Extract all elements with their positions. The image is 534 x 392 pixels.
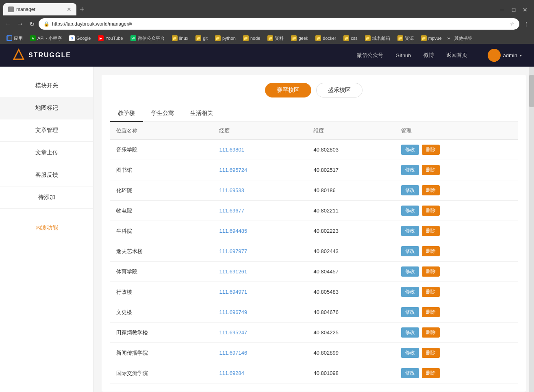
bookmark-css-label: css — [351, 36, 358, 41]
cell-latitude: 40.804225 — [307, 323, 394, 343]
delete-button[interactable]: 删除 — [422, 368, 440, 378]
delete-button[interactable]: 删除 — [422, 145, 440, 155]
bookmark-other[interactable]: 其他书签 — [451, 35, 475, 42]
sidebar-item-pending[interactable]: 待添加 — [0, 186, 93, 209]
sidebar-item-article-manage[interactable]: 文章管理 — [0, 119, 93, 142]
bookmark-geek-label: geek — [298, 36, 308, 41]
new-tab-button[interactable]: + — [76, 3, 88, 15]
table-row: 文史楼 111.696749 40.804676 修改 删除 — [110, 302, 518, 323]
url-text: https://lab.daybreak.world/manager#/ — [52, 21, 508, 27]
url-input[interactable]: 🔒 https://lab.daybreak.world/manager#/ ☆ — [39, 18, 519, 30]
address-bar: ← → ↻ 🔒 https://lab.daybreak.world/manag… — [0, 15, 534, 32]
sidebar-item-beta[interactable]: 内测功能 — [0, 217, 93, 239]
cell-actions: 修改 删除 — [395, 160, 518, 180]
bookmark-google[interactable]: G Google — [66, 35, 94, 42]
sidebar-item-article-upload[interactable]: 文章上传 — [0, 142, 93, 164]
edit-button[interactable]: 修改 — [401, 206, 419, 216]
delete-button[interactable]: 删除 — [422, 185, 440, 195]
cell-actions: 修改 删除 — [395, 221, 518, 241]
edit-button[interactable]: 修改 — [401, 185, 419, 195]
tab-close-button[interactable]: ✕ — [67, 6, 72, 13]
bookmark-data[interactable]: 📁 资料 — [264, 35, 287, 42]
bookmark-mpvue-label: mpvue — [428, 36, 442, 41]
forward-button[interactable]: → — [15, 19, 25, 29]
cell-actions: 修改 删除 — [395, 140, 518, 160]
campus-btn-shengle[interactable]: 盛乐校区 — [316, 83, 363, 97]
bookmark-apps[interactable]: ⬛ 应用 — [3, 35, 26, 42]
bookmark-youtube[interactable]: ▶ YouTube — [95, 35, 126, 42]
reload-button[interactable]: ↻ — [28, 19, 36, 30]
delete-button[interactable]: 删除 — [422, 327, 440, 338]
logo-icon — [12, 48, 25, 63]
cell-name: 体育学院 — [110, 262, 213, 282]
delete-button[interactable]: 删除 — [422, 307, 440, 317]
nav-github[interactable]: Github — [395, 52, 411, 58]
bookmark-node[interactable]: 📁 node — [240, 35, 263, 42]
user-dropdown-arrow[interactable]: ▾ — [520, 53, 522, 58]
bookmark-python-label: python — [222, 36, 236, 41]
edit-button[interactable]: 修改 — [401, 327, 419, 338]
user-avatar — [488, 49, 501, 62]
tab-dormitory[interactable]: 学生公寓 — [143, 106, 182, 122]
delete-button[interactable]: 删除 — [422, 266, 440, 277]
edit-button[interactable]: 修改 — [401, 246, 419, 256]
delete-button[interactable]: 删除 — [422, 226, 440, 236]
page-content: STRUGGLE 微信公众号 Github 微博 返回首页 admin ▾ — [0, 44, 534, 392]
scrollbar-thumb[interactable] — [529, 75, 534, 107]
bookmark-docker[interactable]: 📁 docker — [312, 35, 339, 42]
edit-button[interactable]: 修改 — [401, 307, 419, 317]
delete-button[interactable]: 删除 — [422, 246, 440, 256]
minimize-button[interactable]: ─ — [497, 4, 508, 15]
scrollbar[interactable] — [529, 67, 534, 392]
lock-icon: 🔒 — [43, 21, 50, 27]
cell-longitude: 111.69284 — [213, 363, 307, 383]
bookmark-email[interactable]: 📁 域名邮箱 — [362, 35, 393, 42]
bookmark-apps-label: 应用 — [14, 35, 23, 41]
nav-weibo[interactable]: 微博 — [423, 52, 434, 59]
bookmark-geek[interactable]: 📁 geek — [288, 35, 311, 42]
user-name[interactable]: admin — [503, 52, 517, 58]
close-button[interactable]: ✕ — [519, 4, 531, 15]
nav-wechat[interactable]: 微信公众号 — [357, 52, 383, 59]
campus-btn-saihan[interactable]: 赛罕校区 — [265, 83, 311, 97]
browser-window: manager ✕ + ─ □ ✕ ← → ↻ 🔒 https://lab.da… — [0, 0, 534, 392]
edit-button[interactable]: 修改 — [401, 368, 419, 378]
bookmark-wechat[interactable]: W 微信公众平台 — [127, 35, 168, 42]
edit-button[interactable]: 修改 — [401, 226, 419, 236]
bookmark-git[interactable]: 📁 git — [192, 35, 211, 42]
edit-button[interactable]: 修改 — [401, 287, 419, 297]
edit-button[interactable]: 修改 — [401, 165, 419, 175]
tab-life[interactable]: 生活相关 — [182, 106, 221, 122]
delete-button[interactable]: 删除 — [422, 287, 440, 297]
edit-button[interactable]: 修改 — [401, 266, 419, 277]
tab-teaching-building[interactable]: 教学楼 — [110, 106, 143, 122]
folder-icon-email: 📁 — [365, 35, 371, 41]
extensions-button[interactable]: ⋮ — [522, 19, 531, 29]
cell-actions: 修改 删除 — [395, 302, 518, 323]
col-header-latitude: 维度 — [307, 122, 394, 140]
delete-button[interactable]: 删除 — [422, 165, 440, 175]
bookmark-python[interactable]: 📁 python — [212, 35, 239, 42]
edit-button[interactable]: 修改 — [401, 348, 419, 358]
nav-links: 微信公众号 Github 微博 返回首页 admin ▾ — [357, 49, 522, 62]
delete-button[interactable]: 删除 — [422, 206, 440, 216]
sidebar-item-customer-service[interactable]: 客服反馈 — [0, 164, 93, 186]
browser-tab[interactable]: manager ✕ — [3, 3, 76, 15]
bookmark-css[interactable]: 📁 css — [340, 35, 361, 42]
more-bookmarks[interactable]: » — [447, 35, 450, 41]
cell-name: 新闻传播学院 — [110, 343, 213, 363]
sidebar-item-map-marker[interactable]: 地图标记 — [0, 97, 93, 119]
bookmark-star-icon[interactable]: ☆ — [510, 21, 514, 27]
sidebar-item-module-switch[interactable]: 模块开关 — [0, 75, 93, 97]
bookmark-api[interactable]: A API · 小程序 — [27, 35, 65, 42]
edit-button[interactable]: 修改 — [401, 145, 419, 155]
bookmark-linux[interactable]: 📁 linux — [169, 35, 192, 42]
bookmark-mpvue[interactable]: 📁 mpvue — [418, 35, 445, 42]
bookmark-resources[interactable]: 📁 资源 — [394, 35, 417, 42]
delete-button[interactable]: 删除 — [422, 348, 440, 358]
folder-icon-geek: 📁 — [291, 35, 297, 41]
back-button[interactable]: ← — [3, 19, 13, 29]
nav-home[interactable]: 返回首页 — [446, 52, 467, 59]
restore-button[interactable]: □ — [508, 4, 519, 15]
youtube-icon: ▶ — [98, 35, 104, 41]
